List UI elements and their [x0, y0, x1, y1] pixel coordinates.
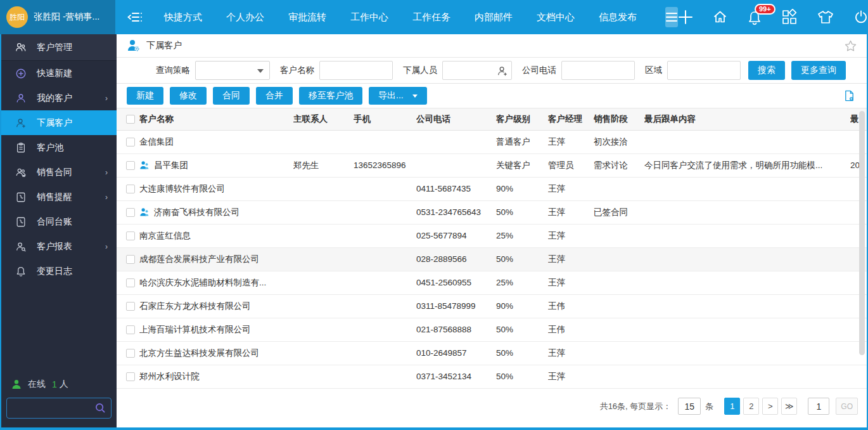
apps-grid-icon[interactable]: [781, 9, 798, 25]
sidebar-item-change-log[interactable]: 变更日志: [1, 259, 117, 283]
go-button[interactable]: GO: [836, 398, 858, 415]
nav-item-approval-flow[interactable]: 审批流转: [276, 11, 338, 23]
page-button-2[interactable]: 2: [743, 398, 759, 415]
table-row[interactable]: 石家庄东方龙水科技有限公司0311-8547899990%王伟: [117, 294, 867, 318]
sidebar-item-my-customers[interactable]: 我的客户 ›: [1, 86, 117, 110]
add-icon[interactable]: [678, 10, 693, 25]
search-button[interactable]: 搜索: [748, 61, 785, 80]
row-checkbox[interactable]: [126, 185, 135, 193]
region-label: 区域: [645, 65, 662, 76]
cell-stage: [594, 271, 644, 294]
logout-power-icon[interactable]: [853, 10, 868, 25]
edit-button[interactable]: 修改: [170, 87, 207, 105]
row-checkbox[interactable]: [126, 325, 135, 334]
sidebar-item-customer-reports[interactable]: 客户报表 ›: [1, 234, 117, 259]
top-navigation: 快捷方式 个人办公 审批流转 工作中心 工作任务 内部邮件 文档中心 信息发布: [152, 11, 649, 23]
online-status: 在线 1人: [6, 379, 112, 398]
col-company-phone[interactable]: 公司电话: [416, 108, 496, 130]
nav-item-internal-mail[interactable]: 内部邮件: [463, 11, 525, 23]
table-row[interactable]: 南京蓝红信息025-567789425%王萍: [117, 224, 867, 247]
row-checkbox[interactable]: [126, 138, 135, 147]
home-icon[interactable]: [712, 10, 728, 25]
nav-item-work-tasks[interactable]: 工作任务: [400, 11, 463, 23]
sidebar-item-customer-pool[interactable]: 客户池: [1, 135, 117, 160]
action-bar: 新建 修改 合同 合并 移至客户池 导出...: [117, 84, 867, 108]
col-customer-manager[interactable]: 客户经理: [548, 108, 594, 130]
row-checkbox[interactable]: [126, 349, 135, 358]
table-row[interactable]: 上海百瑞计算机技术有限公司021-8756888850%王伟: [117, 318, 867, 341]
merge-button[interactable]: 合并: [256, 87, 293, 105]
row-checkbox[interactable]: [126, 231, 135, 240]
more-menu-icon[interactable]: [665, 7, 678, 27]
row-checkbox[interactable]: [126, 255, 135, 264]
move-to-pool-button[interactable]: 移至客户池: [299, 87, 362, 105]
select-all-checkbox[interactable]: [126, 115, 135, 124]
strategy-select[interactable]: [195, 61, 270, 80]
user-picker-icon[interactable]: [497, 65, 508, 77]
col-sales-stage[interactable]: 销售阶段: [594, 108, 644, 130]
nav-item-work-center[interactable]: 工作中心: [338, 11, 400, 23]
table-row[interactable]: 成都莲合发展科技产业有限公司028-288956650%王萍: [117, 247, 867, 271]
goto-page-input[interactable]: [808, 398, 829, 415]
nav-item-shortcuts[interactable]: 快捷方式: [152, 11, 214, 23]
col-customer-level[interactable]: 客户级别: [496, 108, 548, 130]
page-button-1[interactable]: 1: [724, 398, 740, 415]
customer-name-input[interactable]: [319, 61, 393, 80]
row-checkbox[interactable]: [126, 161, 135, 170]
cell-contact: [293, 271, 354, 294]
avatar[interactable]: 胜阳: [6, 6, 28, 28]
cell-last_content: [644, 294, 850, 318]
nav-item-document-center[interactable]: 文档中心: [525, 11, 587, 23]
search-icon[interactable]: [95, 403, 106, 414]
table-row[interactable]: 哈尔滨庆东水泥辅助材料制造有...0451-256095525%王萍: [117, 271, 867, 294]
sidebar-item-sales-contract[interactable]: 销售合同 ›: [1, 160, 117, 185]
row-checkbox[interactable]: [126, 372, 135, 381]
col-last-followup-content[interactable]: 最后跟单内容: [644, 108, 850, 130]
col-mobile[interactable]: 手机: [354, 108, 416, 130]
cell-contact: [293, 318, 354, 341]
table-row[interactable]: 郑州水利设计院0371-345213450%王萍: [117, 365, 867, 388]
cell-phone: 0531-234765643: [416, 200, 496, 224]
table-row[interactable]: 济南奋飞科技有限公司0531-23476564350%王萍已签合同: [117, 200, 867, 224]
company-phone-input[interactable]: [561, 61, 635, 80]
table-row[interactable]: 大连康博软件有限公司0411-568743590%王萍: [117, 177, 867, 200]
next-page-button[interactable]: >: [762, 398, 778, 415]
cell-level: 关键客户: [496, 153, 548, 177]
row-checkbox[interactable]: [126, 278, 135, 287]
contract-button[interactable]: 合同: [213, 87, 250, 105]
sidebar-item-contract-ledger[interactable]: 合同台账: [1, 209, 117, 234]
cell-manager: 王伟: [548, 294, 594, 318]
table-row[interactable]: 金信集团普通客户王萍初次接洽: [117, 130, 867, 153]
cell-contact: [293, 294, 354, 318]
sidebar-item-quick-create[interactable]: 快速新建: [1, 61, 117, 86]
notifications-icon[interactable]: 99+: [747, 10, 762, 25]
export-settings-icon[interactable]: [843, 89, 855, 102]
vertical-scrollbar[interactable]: [859, 111, 865, 355]
more-query-button[interactable]: 更多查询: [791, 61, 846, 80]
online-user-icon: [11, 379, 22, 389]
collapse-menu-icon[interactable]: [127, 10, 143, 24]
col-main-contact[interactable]: 主联系人: [293, 108, 354, 130]
last-page-button[interactable]: ≫: [781, 398, 797, 415]
sidebar-item-subordinate-customers[interactable]: 下属客户: [1, 110, 117, 135]
page-size-input[interactable]: [678, 398, 701, 415]
row-checkbox[interactable]: [126, 208, 135, 217]
cell-manager: 王萍: [548, 224, 594, 247]
col-customer-name[interactable]: 客户名称: [139, 108, 293, 130]
favorite-star-icon[interactable]: [845, 40, 857, 51]
sidebar-item-sales-reminder[interactable]: 销售提醒 ›: [1, 185, 117, 209]
user-menu[interactable]: 胜阳 张胜阳 -营销事...: [0, 0, 115, 34]
sidebar-item-customer-management[interactable]: 客户管理: [1, 34, 117, 61]
cell-last_content: [644, 224, 850, 247]
row-checkbox[interactable]: [126, 302, 135, 311]
cell-stage: [594, 341, 644, 365]
table-row[interactable]: 北京方生益达科技发展有限公司010-264985750%王萍: [117, 341, 867, 365]
nav-item-info-publish[interactable]: 信息发布: [587, 11, 649, 23]
theme-shirt-icon[interactable]: [817, 10, 834, 25]
new-button[interactable]: 新建: [127, 87, 163, 105]
region-input[interactable]: [667, 61, 741, 80]
table-row[interactable]: 昌平集团郑先生13652365896关键客户管理员需求讨论今日同客户交流了使用需…: [117, 153, 867, 177]
cell-mobile: [354, 177, 416, 200]
nav-item-personal-office[interactable]: 个人办公: [214, 11, 276, 23]
export-button[interactable]: 导出...: [369, 87, 427, 105]
